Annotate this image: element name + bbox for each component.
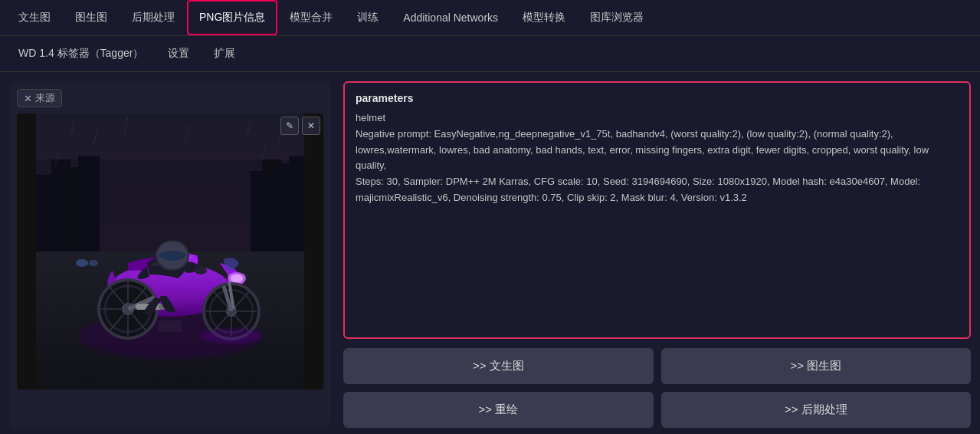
- parameters-title: parameters: [356, 92, 959, 104]
- nav-tagger[interactable]: WD 1.4 标签器（Tagger）: [6, 36, 156, 71]
- nav-merge[interactable]: 模型合并: [277, 0, 345, 35]
- second-nav: WD 1.4 标签器（Tagger） 设置 扩展: [0, 36, 980, 72]
- top-nav: 文生图 图生图 后期处理 PNG图片信息 模型合并 训练 Additional …: [0, 0, 980, 36]
- parameters-content: helmetNegative prompt: EasyNegative,ng_d…: [356, 110, 959, 206]
- send-txt2img-button[interactable]: >> 文生图: [343, 348, 654, 384]
- parameters-box: parameters helmetNegative prompt: EasyNe…: [343, 81, 971, 339]
- svg-rect-5: [78, 156, 100, 252]
- source-icon: ✕: [24, 93, 32, 104]
- svg-rect-14: [159, 321, 182, 332]
- nav-settings[interactable]: 设置: [156, 36, 202, 71]
- nav-txt2img[interactable]: 文生图: [6, 0, 63, 35]
- nav-extensions[interactable]: 扩展: [202, 36, 247, 71]
- action-buttons: >> 文生图 >> 图生图 >> 重绘 >> 后期处理: [343, 348, 971, 428]
- image-display[interactable]: ✎ ✕: [17, 113, 323, 390]
- panel-header: ✕ 来源: [17, 89, 323, 107]
- image-actions: ✎ ✕: [280, 117, 320, 135]
- right-panel: parameters helmetNegative prompt: EasyNe…: [343, 81, 971, 428]
- main-content: ✕ 来源: [0, 72, 980, 434]
- nav-train[interactable]: 训练: [345, 0, 391, 35]
- preview-image: [17, 113, 323, 390]
- send-postprocess-button[interactable]: >> 后期处理: [661, 392, 972, 428]
- nav-addnets[interactable]: Additional Networks: [391, 1, 510, 35]
- nav-img2img[interactable]: 图生图: [63, 0, 120, 35]
- edit-button[interactable]: ✎: [280, 117, 299, 135]
- nav-pnginfo[interactable]: PNG图片信息: [187, 0, 277, 35]
- nav-convert[interactable]: 模型转换: [510, 0, 578, 35]
- close-button[interactable]: ✕: [302, 117, 320, 135]
- nav-gallery[interactable]: 图库浏览器: [578, 0, 656, 35]
- send-inpaint-button[interactable]: >> 重绘: [343, 392, 654, 428]
- left-panel: ✕ 来源: [9, 81, 331, 428]
- svg-point-40: [201, 328, 262, 344]
- svg-point-17: [231, 275, 243, 282]
- svg-point-50: [89, 260, 98, 266]
- source-text: 来源: [35, 91, 55, 105]
- source-label: ✕ 来源: [17, 89, 62, 107]
- svg-point-39: [195, 267, 207, 275]
- send-img2img-button[interactable]: >> 图生图: [661, 348, 972, 384]
- svg-point-49: [76, 259, 88, 267]
- nav-postprocess[interactable]: 后期处理: [120, 0, 187, 35]
- svg-rect-9: [289, 156, 304, 252]
